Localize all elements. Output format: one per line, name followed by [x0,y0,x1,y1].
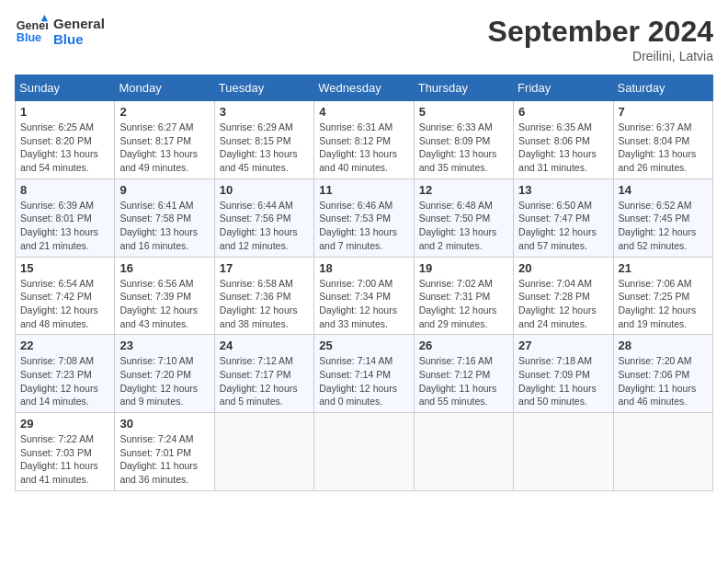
day-number: 19 [419,261,508,275]
day-info: Sunrise: 6:39 AM Sunset: 8:01 PM Dayligh… [20,199,109,253]
day-cell-3-6: 28Sunrise: 7:20 AM Sunset: 7:06 PM Dayli… [613,335,712,413]
col-friday: Friday [514,75,613,101]
day-info: Sunrise: 6:31 AM Sunset: 8:12 PM Dayligh… [319,121,408,175]
day-cell-1-3: 11Sunrise: 6:46 AM Sunset: 7:53 PM Dayli… [314,178,414,257]
day-info: Sunrise: 6:58 AM Sunset: 7:36 PM Dayligh… [220,277,309,331]
day-number: 12 [419,183,508,197]
week-row-5: 29Sunrise: 7:22 AM Sunset: 7:03 PM Dayli… [16,413,713,491]
calendar-header: Sunday Monday Tuesday Wednesday Thursday… [16,75,713,101]
day-cell-3-3: 25Sunrise: 7:14 AM Sunset: 7:14 PM Dayli… [314,335,414,413]
logo-text-general: General [53,16,105,31]
day-info: Sunrise: 6:35 AM Sunset: 8:06 PM Dayligh… [518,121,608,175]
day-info: Sunrise: 6:29 AM Sunset: 8:15 PM Dayligh… [220,121,309,175]
location: Dreilini, Latvia [488,49,713,63]
day-number: 11 [319,183,408,197]
day-number: 26 [419,339,508,352]
day-cell-0-5: 6Sunrise: 6:35 AM Sunset: 8:06 PM Daylig… [514,101,613,179]
week-row-2: 8Sunrise: 6:39 AM Sunset: 8:01 PM Daylig… [16,178,713,257]
day-cell-4-0: 29Sunrise: 7:22 AM Sunset: 7:03 PM Dayli… [16,413,115,491]
day-cell-0-2: 3Sunrise: 6:29 AM Sunset: 8:15 PM Daylig… [214,101,313,179]
day-info: Sunrise: 6:37 AM Sunset: 8:04 PM Dayligh… [619,121,708,175]
day-number: 17 [220,261,309,275]
day-info: Sunrise: 7:12 AM Sunset: 7:17 PM Dayligh… [220,354,309,408]
day-info: Sunrise: 6:48 AM Sunset: 7:50 PM Dayligh… [419,199,508,253]
day-cell-3-4: 26Sunrise: 7:16 AM Sunset: 7:12 PM Dayli… [414,335,513,413]
day-number: 14 [619,183,708,197]
day-cell-2-1: 16Sunrise: 6:56 AM Sunset: 7:39 PM Dayli… [115,257,214,335]
day-number: 29 [20,417,109,431]
day-number: 24 [220,339,309,352]
day-info: Sunrise: 6:25 AM Sunset: 8:20 PM Dayligh… [20,121,109,175]
day-cell-2-4: 19Sunrise: 7:02 AM Sunset: 7:31 PM Dayli… [414,257,513,335]
day-info: Sunrise: 6:27 AM Sunset: 8:17 PM Dayligh… [119,121,209,175]
day-cell-2-2: 17Sunrise: 6:58 AM Sunset: 7:36 PM Dayli… [214,257,313,335]
day-cell-1-4: 12Sunrise: 6:48 AM Sunset: 7:50 PM Dayli… [414,178,513,257]
page-header: General Blue General Blue September 2024… [15,15,713,63]
header-row: Sunday Monday Tuesday Wednesday Thursday… [16,75,713,101]
day-number: 30 [119,417,209,431]
day-number: 22 [20,339,109,352]
day-cell-3-0: 22Sunrise: 7:08 AM Sunset: 7:23 PM Dayli… [16,335,115,413]
day-cell-2-5: 20Sunrise: 7:04 AM Sunset: 7:28 PM Dayli… [514,257,613,335]
day-cell-0-4: 5Sunrise: 6:33 AM Sunset: 8:09 PM Daylig… [414,101,513,179]
day-info: Sunrise: 7:04 AM Sunset: 7:28 PM Dayligh… [518,277,608,331]
day-info: Sunrise: 6:54 AM Sunset: 7:42 PM Dayligh… [20,277,109,331]
day-number: 21 [619,261,708,275]
day-info: Sunrise: 7:06 AM Sunset: 7:25 PM Dayligh… [619,277,708,331]
day-cell-1-5: 13Sunrise: 6:50 AM Sunset: 7:47 PM Dayli… [514,178,613,257]
day-number: 7 [619,105,708,119]
day-number: 27 [518,339,608,352]
day-number: 8 [20,183,109,197]
day-cell-1-1: 9Sunrise: 6:41 AM Sunset: 7:58 PM Daylig… [115,178,214,257]
day-info: Sunrise: 7:08 AM Sunset: 7:23 PM Dayligh… [20,354,109,408]
day-number: 10 [220,183,309,197]
day-info: Sunrise: 7:14 AM Sunset: 7:14 PM Dayligh… [319,354,408,408]
day-cell-0-3: 4Sunrise: 6:31 AM Sunset: 8:12 PM Daylig… [314,101,414,179]
day-cell-2-3: 18Sunrise: 7:00 AM Sunset: 7:34 PM Dayli… [314,257,414,335]
day-number: 9 [119,183,209,197]
calendar-table: Sunday Monday Tuesday Wednesday Thursday… [15,75,713,491]
calendar-body: 1Sunrise: 6:25 AM Sunset: 8:20 PM Daylig… [16,101,713,491]
day-info: Sunrise: 6:50 AM Sunset: 7:47 PM Dayligh… [518,199,608,253]
day-cell-4-3 [314,413,414,491]
day-info: Sunrise: 6:46 AM Sunset: 7:53 PM Dayligh… [319,199,408,253]
day-cell-4-4 [414,413,513,491]
col-monday: Monday [115,75,214,101]
logo-text-blue: Blue [53,31,105,47]
day-info: Sunrise: 7:10 AM Sunset: 7:20 PM Dayligh… [119,354,209,408]
title-block: September 2024 Dreilini, Latvia [488,15,713,63]
day-number: 15 [20,261,109,275]
day-cell-4-2 [214,413,313,491]
day-number: 1 [20,105,109,119]
week-row-1: 1Sunrise: 6:25 AM Sunset: 8:20 PM Daylig… [16,101,713,179]
day-number: 5 [419,105,508,119]
month-title: September 2024 [488,15,713,49]
week-row-3: 15Sunrise: 6:54 AM Sunset: 7:42 PM Dayli… [16,257,713,335]
day-number: 20 [518,261,608,275]
day-info: Sunrise: 7:22 AM Sunset: 7:03 PM Dayligh… [20,432,109,487]
day-number: 2 [119,105,209,119]
day-number: 25 [319,339,408,352]
svg-marker-2 [41,15,48,21]
day-cell-4-6 [613,413,712,491]
col-wednesday: Wednesday [314,75,414,101]
day-cell-2-0: 15Sunrise: 6:54 AM Sunset: 7:42 PM Dayli… [16,257,115,335]
day-cell-3-1: 23Sunrise: 7:10 AM Sunset: 7:20 PM Dayli… [115,335,214,413]
day-number: 13 [518,183,608,197]
col-tuesday: Tuesday [214,75,313,101]
day-cell-3-5: 27Sunrise: 7:18 AM Sunset: 7:09 PM Dayli… [514,335,613,413]
day-number: 4 [319,105,408,119]
day-info: Sunrise: 7:02 AM Sunset: 7:31 PM Dayligh… [419,277,508,331]
col-thursday: Thursday [414,75,513,101]
day-info: Sunrise: 6:44 AM Sunset: 7:56 PM Dayligh… [220,199,309,253]
day-number: 28 [619,339,708,352]
day-cell-2-6: 21Sunrise: 7:06 AM Sunset: 7:25 PM Dayli… [613,257,712,335]
day-info: Sunrise: 6:33 AM Sunset: 8:09 PM Dayligh… [419,121,508,175]
day-cell-0-6: 7Sunrise: 6:37 AM Sunset: 8:04 PM Daylig… [613,101,712,179]
day-info: Sunrise: 7:18 AM Sunset: 7:09 PM Dayligh… [518,354,608,408]
day-cell-0-0: 1Sunrise: 6:25 AM Sunset: 8:20 PM Daylig… [16,101,115,179]
day-info: Sunrise: 7:16 AM Sunset: 7:12 PM Dayligh… [419,354,508,408]
day-cell-1-0: 8Sunrise: 6:39 AM Sunset: 8:01 PM Daylig… [16,178,115,257]
day-number: 23 [119,339,209,352]
day-info: Sunrise: 7:24 AM Sunset: 7:01 PM Dayligh… [119,432,209,487]
